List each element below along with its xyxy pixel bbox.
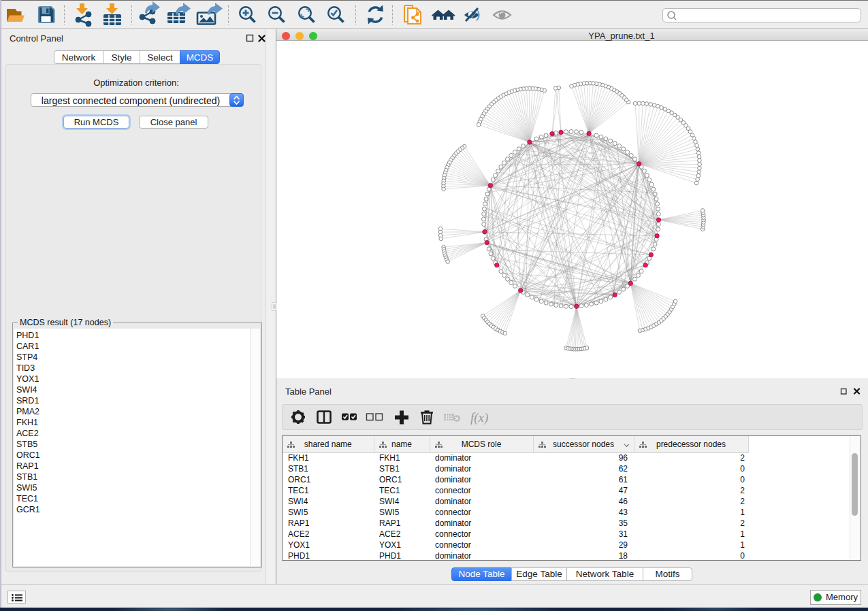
svg-text:f(x): f(x): [470, 410, 488, 425]
